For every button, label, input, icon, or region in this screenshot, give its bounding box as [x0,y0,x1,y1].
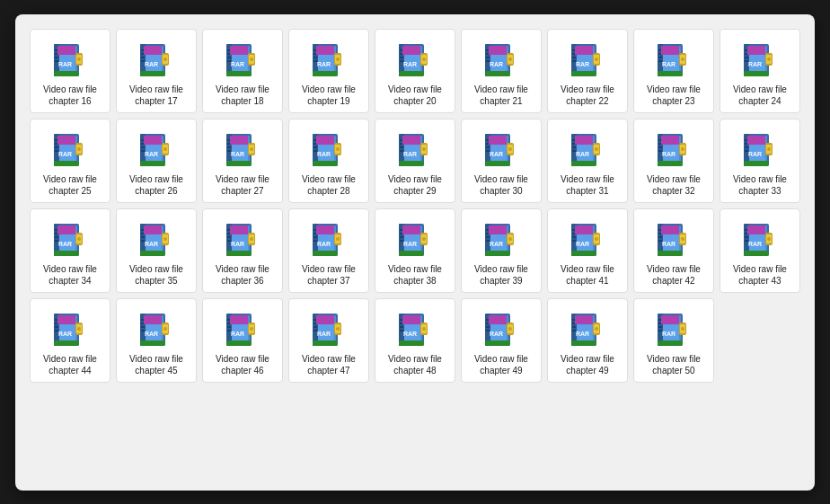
file-item[interactable]: RAR Video raw file chapter 23 [633,29,714,113]
file-item[interactable]: RAR Video raw file chapter 35 [116,208,197,293]
file-item[interactable]: RAR Video raw file chapter 22 [547,29,628,113]
svg-rect-456 [485,340,510,346]
svg-rect-230 [658,146,662,148]
file-label: Video raw file chapter 18 [207,84,278,107]
file-label: Video raw file chapter 36 [207,263,278,287]
file-item[interactable]: RAR Video raw file chapter 25 [30,119,110,203]
svg-point-166 [250,147,253,151]
svg-rect-190 [399,161,424,166]
svg-point-82 [508,57,512,61]
file-label: Video raw file chapter 50 [638,353,710,376]
file-item[interactable]: RAR Video raw file chapter 29 [375,119,455,203]
svg-rect-191 [402,136,420,145]
svg-point-124 [767,57,771,61]
svg-rect-232 [658,161,683,166]
file-item[interactable]: RAR Video raw file chapter 36 [202,208,283,293]
file-item[interactable]: RAR Video raw file chapter 42 [633,208,714,293]
file-item[interactable]: RAR Video raw file chapter 18 [202,29,283,113]
svg-text:RAR: RAR [145,61,158,67]
rar-archive-icon: RAR [652,127,695,170]
file-item[interactable]: RAR Video raw file chapter 16 [30,29,110,113]
rar-archive-icon: RAR [221,127,264,170]
file-item[interactable]: RAR Video raw file chapter 27 [202,119,283,203]
svg-point-348 [595,237,598,241]
file-item[interactable]: RAR Video raw file chapter 43 [720,208,800,293]
svg-point-208 [508,147,512,151]
file-item[interactable]: RAR Video raw file chapter 21 [461,29,542,113]
file-item[interactable]: RAR Video raw file chapter 49 [547,298,628,383]
file-grid: RAR Video raw file chapter 16 RAR Vide [30,29,800,383]
svg-text:RAR: RAR [490,241,503,247]
file-item[interactable]: RAR Video raw file chapter 38 [375,208,455,293]
svg-rect-485 [661,315,679,324]
svg-text:RAR: RAR [231,331,244,337]
file-item[interactable]: RAR Video raw file chapter 24 [720,29,800,113]
svg-point-138 [77,147,81,151]
rar-archive-icon: RAR [480,37,523,80]
svg-point-292 [250,237,253,241]
file-item[interactable]: RAR Video raw file chapter 45 [116,298,197,383]
file-item[interactable]: RAR Video raw file chapter 20 [375,29,455,113]
svg-rect-314 [400,236,403,238]
svg-text:RAR: RAR [662,331,675,337]
svg-rect-303 [316,225,334,234]
file-item[interactable]: RAR Video raw file chapter 50 [633,298,714,383]
file-browser-window: RAR Video raw file chapter 16 RAR Vide [15,14,815,491]
file-item[interactable]: RAR Video raw file chapter 34 [30,208,110,293]
svg-text:RAR: RAR [58,331,72,337]
rar-archive-icon: RAR [480,217,523,260]
file-label: Video raw file chapter 49 [552,353,623,376]
file-item[interactable]: RAR Video raw file chapter 17 [116,29,197,113]
svg-rect-300 [313,236,317,238]
svg-rect-244 [745,146,748,148]
svg-rect-468 [572,326,576,328]
svg-rect-120 [744,71,769,76]
svg-rect-146 [141,146,145,148]
rar-archive-icon: RAR [307,306,350,349]
file-item[interactable]: RAR Video raw file chapter 46 [202,298,283,383]
svg-rect-233 [661,136,679,145]
svg-rect-440 [400,326,403,328]
rar-archive-icon: RAR [566,37,609,80]
file-item[interactable]: RAR Video raw file chapter 41 [547,208,628,293]
svg-point-418 [250,327,253,331]
svg-rect-261 [57,225,75,234]
file-item[interactable]: RAR Video raw file chapter 31 [547,119,628,203]
file-item[interactable]: RAR Video raw file chapter 49 [461,298,542,383]
file-item[interactable]: RAR Video raw file chapter 28 [288,119,369,203]
svg-point-446 [422,327,426,331]
svg-rect-316 [399,251,424,256]
svg-rect-65 [402,46,420,55]
svg-rect-48 [313,57,317,58]
svg-rect-118 [745,57,748,58]
file-item[interactable]: RAR Video raw file chapter 30 [461,119,542,203]
svg-rect-205 [489,136,507,145]
file-item[interactable]: RAR Video raw file chapter 32 [633,119,714,203]
svg-point-488 [681,327,684,331]
svg-rect-359 [661,225,679,234]
file-label: Video raw file chapter 21 [465,84,537,107]
svg-rect-370 [745,236,748,238]
svg-point-460 [508,327,512,331]
svg-rect-342 [572,236,576,238]
file-item[interactable]: RAR Video raw file chapter 37 [288,208,369,293]
svg-text:RAR: RAR [403,61,417,67]
file-label: Video raw file chapter 31 [552,173,623,197]
rar-archive-icon: RAR [480,306,523,349]
file-item[interactable]: RAR Video raw file chapter 33 [720,119,800,203]
file-item[interactable]: RAR Video raw file chapter 19 [288,29,369,113]
svg-rect-414 [226,340,252,346]
svg-point-250 [767,147,771,151]
svg-text:RAR: RAR [145,331,158,337]
file-item[interactable]: RAR Video raw file chapter 48 [375,298,455,383]
svg-point-40 [250,57,253,61]
file-item[interactable]: RAR Video raw file chapter 47 [288,298,369,383]
svg-rect-358 [658,251,683,256]
file-item[interactable]: RAR Video raw file chapter 26 [116,119,197,203]
file-item[interactable]: RAR Video raw file chapter 44 [30,298,110,383]
svg-rect-317 [402,225,420,234]
svg-rect-8 [54,71,79,76]
file-item[interactable]: RAR Video raw file chapter 39 [461,208,542,293]
svg-point-390 [77,327,81,331]
svg-rect-177 [316,136,334,145]
